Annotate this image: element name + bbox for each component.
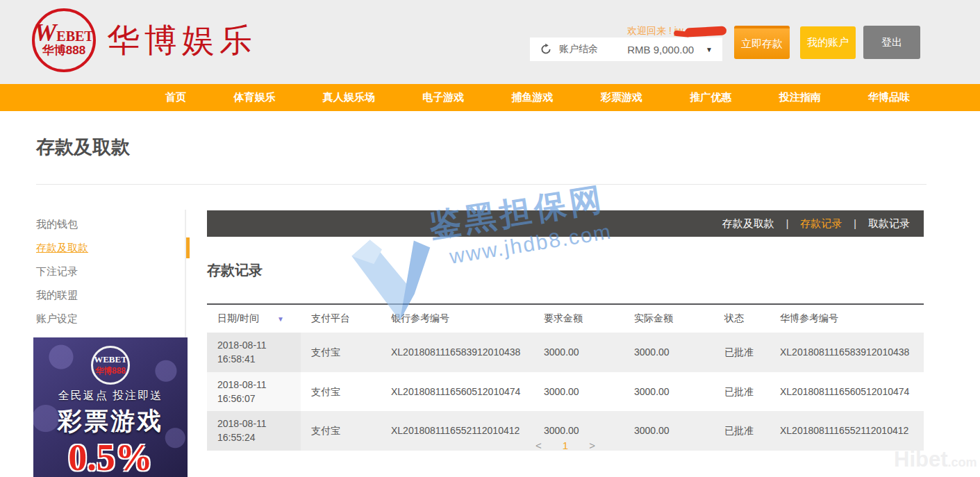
nav-item-brand[interactable]: 华博品味 [868,91,910,104]
cell-datetime: 2018-08-11 16:58:41 [207,333,301,372]
nav-item-fishing[interactable]: 捕鱼游戏 [512,91,554,104]
title-divider [36,184,927,185]
col-header-status[interactable]: 状态 [714,304,770,333]
nav-item-home[interactable]: 首页 [165,91,186,104]
records-tabbar: 存款及取款 | 存款记录 | 取款记录 [207,210,924,237]
brand-title: 华博娱乐 [107,19,257,62]
tab-deposit-records[interactable]: 存款记录 [800,217,842,231]
nav-item-betting-guide[interactable]: 投注指南 [779,91,821,104]
col-header-bank-ref[interactable]: 银行参考编号 [381,304,533,333]
site-header: WWEBETEBET 华博888 华博娱乐 欢迎回来 ! jw 账户结余 RMB… [0,0,980,84]
cell-requested-amount: 3000.00 [533,333,624,372]
cell-payment-platform: 支付宝 [301,372,381,412]
balance-value: RMB 9,000.00 [627,44,694,56]
cell-requested-amount: 3000.00 [533,372,624,412]
redaction-scribble [685,26,727,37]
cell-huabo-ref: XL2018081116583912010438 [770,333,924,372]
main-nav: 首页 体育娱乐 真人娱乐场 电子游戏 捕鱼游戏 彩票游戏 推广优惠 投注指南 华… [0,84,980,111]
tab-separator: | [786,218,789,229]
cell-actual-amount: 3000.00 [624,333,714,372]
sidebar-item-account-settings[interactable]: 账户设定 [36,307,185,330]
refresh-icon[interactable] [540,43,552,56]
logout-button[interactable]: 登出 [863,26,920,59]
balance-box[interactable]: 账户结余 RMB 9,000.00 ▼ [530,37,722,61]
nav-item-lottery[interactable]: 彩票游戏 [601,91,642,104]
sidebar-item-my-affiliate[interactable]: 我的联盟 [36,283,185,307]
tab-deposit-withdrawal[interactable]: 存款及取款 [722,217,774,231]
pagination-prev-button[interactable]: < [535,440,542,451]
logo-webet-text: WWEBETEBET [34,23,93,44]
pagination-page-1[interactable]: 1 [563,440,568,451]
page-title: 存款及取款 [36,135,130,160]
table-row: 2018-08-11 16:56:07 支付宝 XL20180811165605… [207,372,924,412]
main-nav-items: 首页 体育娱乐 真人娱乐场 电子游戏 捕鱼游戏 彩票游戏 推广优惠 投注指南 华… [165,91,910,104]
hibet-watermark: Hibet.com [894,447,977,472]
account-sidebar: 我的钱包 存款及取款 下注记录 我的联盟 账户设定 [36,210,186,337]
banner-logo-webet: WEBET [94,354,127,365]
banner-rebate-rate: 0.5% [33,439,188,476]
banner-logo-888: 华博888 [95,365,126,377]
deposit-now-button[interactable]: 立即存款 [734,26,790,59]
status-badge: 已批准 [714,372,770,412]
nav-item-promotions[interactable]: 推广优惠 [690,91,731,104]
cell-payment-platform: 支付宝 [301,333,381,372]
sidebar-item-my-wallet[interactable]: 我的钱包 [36,212,185,236]
status-badge: 已批准 [714,333,770,372]
nav-item-live-casino[interactable]: 真人娱乐场 [323,91,375,104]
lottery-promo-banner[interactable]: WEBET 华博888 全民返点 投注即送 彩票游戏 0.5% [33,337,188,477]
my-account-button[interactable]: 我的账户 [800,26,856,59]
nav-item-sports[interactable]: 体育娱乐 [233,91,275,104]
pagination: < 1 > [207,440,924,451]
brand-logo[interactable]: WWEBETEBET 华博888 华博娱乐 [32,8,257,72]
table-row: 2018-08-11 16:58:41 支付宝 XL20180811165839… [207,333,924,372]
deposit-records-table: 日期/时间▼ 支付平台 银行参考编号 要求金额 实际金额 状态 华博参考编号 2… [207,303,924,451]
section-title-deposit-records: 存款记录 [207,261,263,280]
welcome-message: 欢迎回来 ! jw [627,25,726,37]
balance-label: 账户结余 [559,43,598,56]
col-header-actual-amount[interactable]: 实际金额 [624,304,714,333]
cell-huabo-ref: XL2018081116560512010474 [770,372,924,412]
sidebar-item-bet-records[interactable]: 下注记录 [36,260,185,283]
sort-desc-icon[interactable]: ▼ [277,315,284,323]
col-header-payment-platform[interactable]: 支付平台 [301,304,381,333]
banner-headline: 彩票游戏 [33,405,188,437]
sidebar-item-deposit-withdrawal[interactable]: 存款及取款 [36,236,185,260]
logo-888-text: 华博888 [42,42,85,58]
webet-logo-circle: WWEBETEBET 华博888 [32,8,96,72]
table-header-row: 日期/时间▼ 支付平台 银行参考编号 要求金额 实际金额 状态 华博参考编号 [207,304,924,333]
chevron-down-icon[interactable]: ▼ [706,46,713,53]
banner-logo-circle: WEBET 华博888 [91,346,130,385]
cell-datetime: 2018-08-11 16:56:07 [207,372,301,412]
pagination-next-button[interactable]: > [589,440,595,451]
cell-bank-ref: XL2018081116560512010474 [381,372,533,412]
cell-actual-amount: 3000.00 [624,372,714,412]
col-header-datetime[interactable]: 日期/时间▼ [207,304,301,333]
banner-tagline: 全民返点 投注即送 [33,389,188,403]
col-header-requested-amount[interactable]: 要求金额 [533,304,624,333]
tab-separator: | [854,218,856,229]
col-header-huabo-ref[interactable]: 华博参考编号 [770,304,924,333]
tab-withdrawal-records[interactable]: 取款记录 [868,217,910,231]
cell-bank-ref: XL2018081116583912010438 [381,333,533,372]
nav-item-slots[interactable]: 电子游戏 [422,91,464,104]
